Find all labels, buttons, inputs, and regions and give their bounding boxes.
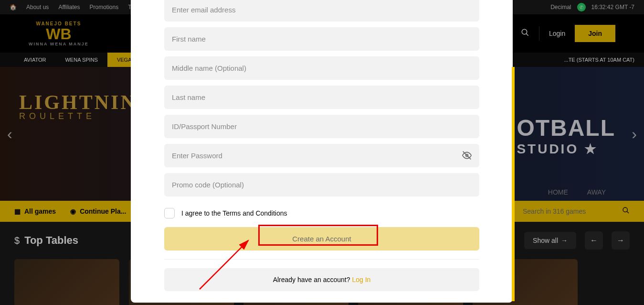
- login-strip: Already have an account? Log In: [164, 268, 479, 291]
- terms-link[interactable]: Terms and Conditions: [222, 209, 287, 217]
- id-passport-field[interactable]: [164, 115, 479, 138]
- agree-row: I agree to the Terms and Conditions: [164, 208, 479, 218]
- middlename-field[interactable]: [164, 56, 479, 80]
- divider: [164, 259, 479, 260]
- lastname-field[interactable]: [164, 86, 479, 109]
- password-wrap: [164, 144, 479, 173]
- already-text: Already have an account?: [273, 276, 352, 283]
- email-field[interactable]: [164, 0, 479, 22]
- modal-accent-edge: [512, 67, 515, 301]
- promo-code-field[interactable]: [164, 173, 479, 196]
- login-link-modal[interactable]: Log In: [352, 276, 370, 283]
- agree-prefix: I agree to the: [181, 209, 222, 217]
- eye-slash-icon[interactable]: [462, 151, 472, 163]
- terms-checkbox[interactable]: [164, 208, 175, 218]
- firstname-field[interactable]: [164, 27, 479, 51]
- agree-text: I agree to the Terms and Conditions: [181, 209, 287, 217]
- password-field[interactable]: [164, 144, 479, 167]
- create-account-label: Create an Account: [292, 235, 351, 243]
- signup-modal: I agree to the Terms and Conditions Crea…: [131, 0, 513, 303]
- create-account-button[interactable]: Create an Account: [164, 227, 479, 251]
